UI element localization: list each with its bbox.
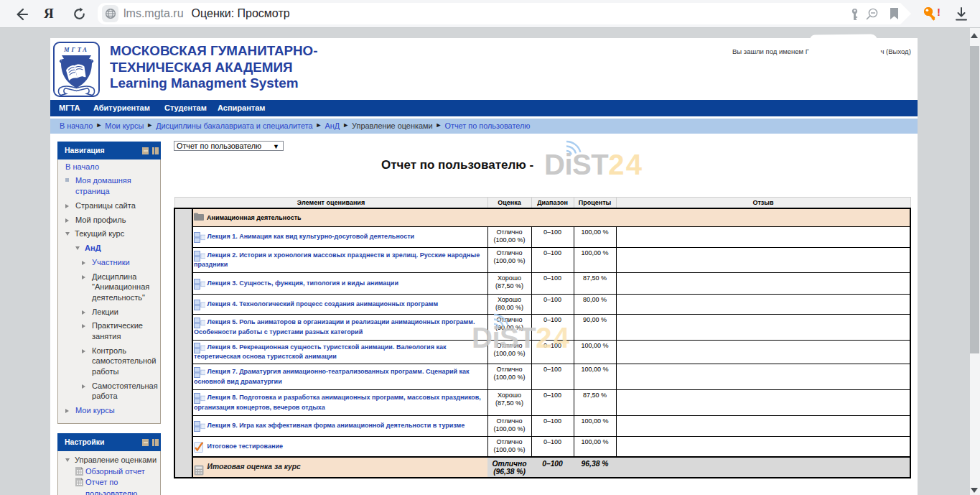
svg-text:!: ! xyxy=(937,6,941,18)
